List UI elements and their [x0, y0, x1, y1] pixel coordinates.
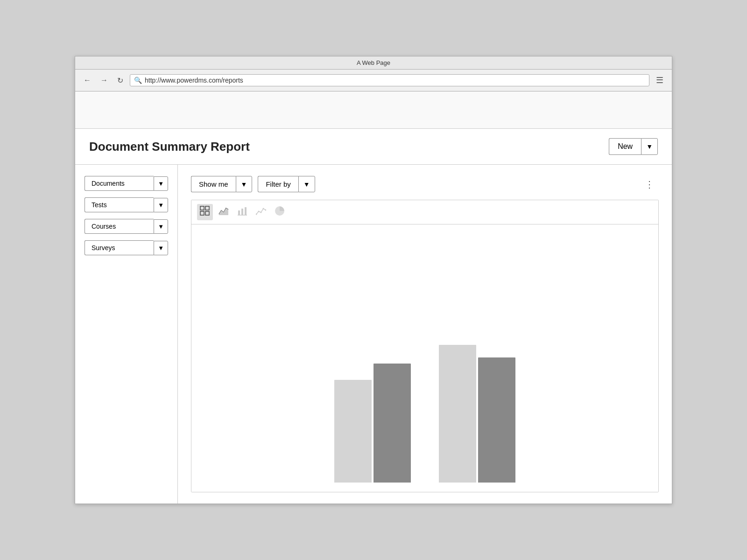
tests-dropdown[interactable]: ▼	[154, 198, 168, 212]
svg-point-11	[261, 212, 262, 213]
nav-bar: ← → ↻ 🔍 ☰	[75, 70, 672, 91]
banner-area	[75, 91, 672, 129]
chart-toolbar	[191, 200, 658, 224]
svg-point-10	[258, 211, 260, 212]
new-button-dropdown[interactable]: ▼	[641, 138, 658, 155]
chart-type-bar-button[interactable]	[234, 204, 250, 220]
content-area: Show me ▼ Filter by ▼ ⋮	[178, 165, 672, 504]
filter-by-dropdown[interactable]: ▼	[298, 176, 315, 192]
svg-rect-0	[200, 206, 204, 210]
bar-2a	[439, 345, 476, 483]
svg-rect-6	[241, 209, 243, 215]
surveys-dropdown[interactable]: ▼	[154, 241, 168, 255]
sidebar: Documents ▼ Tests ▼ Courses ▼ Surveys ▼	[75, 165, 178, 504]
chart-type-area-button[interactable]	[216, 204, 232, 220]
bar-1a	[334, 380, 372, 483]
more-options-button[interactable]: ⋮	[641, 177, 659, 192]
main-layout: Documents ▼ Tests ▼ Courses ▼ Surveys ▼	[75, 165, 672, 504]
address-bar-wrapper: 🔍	[130, 74, 649, 86]
chart-type-pie-button[interactable]	[272, 204, 288, 220]
courses-button[interactable]: Courses	[85, 219, 154, 234]
courses-dropdown[interactable]: ▼	[154, 219, 168, 234]
area-chart-icon	[218, 206, 229, 216]
grid-icon	[200, 206, 210, 216]
show-me-button[interactable]: Show me	[191, 176, 236, 192]
page-title: Document Summary Report	[89, 140, 250, 154]
bar-2b	[478, 357, 515, 483]
tests-button[interactable]: Tests	[85, 197, 154, 212]
sidebar-item-documents: Documents ▼	[85, 176, 168, 191]
address-input[interactable]	[145, 77, 645, 84]
browser-window: A Web Page ← → ↻ 🔍 ☰ Document Summary Re…	[75, 56, 672, 504]
browser-title: A Web Page	[357, 59, 390, 66]
bar-1b	[374, 364, 411, 483]
sidebar-item-courses: Courses ▼	[85, 219, 168, 234]
chart-type-line-button[interactable]	[253, 204, 269, 220]
filter-by-button[interactable]: Filter by	[258, 176, 298, 192]
bar-group-1	[334, 364, 411, 483]
svg-rect-1	[205, 206, 209, 210]
browser-menu-button[interactable]: ☰	[653, 73, 666, 87]
show-me-dropdown[interactable]: ▼	[236, 176, 253, 192]
refresh-button[interactable]: ↻	[114, 74, 126, 87]
svg-rect-2	[200, 211, 204, 215]
line-chart-icon	[256, 206, 266, 216]
toolbar-row: Show me ▼ Filter by ▼ ⋮	[191, 176, 659, 192]
svg-rect-5	[238, 210, 240, 215]
documents-button[interactable]: Documents	[85, 176, 154, 191]
filter-by-group: Filter by ▼	[258, 176, 315, 192]
pie-chart-icon	[275, 206, 285, 216]
chart-container	[191, 200, 659, 492]
sidebar-item-tests: Tests ▼	[85, 197, 168, 212]
bar-group-2	[439, 345, 515, 483]
back-button[interactable]: ←	[81, 74, 94, 86]
forward-button[interactable]: →	[98, 74, 111, 86]
chart-type-grid-button[interactable]	[197, 204, 213, 220]
surveys-button[interactable]: Surveys	[85, 240, 154, 255]
svg-point-12	[263, 208, 264, 210]
svg-rect-7	[245, 207, 247, 215]
show-me-group: Show me ▼	[191, 176, 252, 192]
bar-chart-icon	[237, 206, 247, 216]
title-bar: A Web Page	[75, 56, 672, 70]
search-icon: 🔍	[134, 77, 142, 84]
new-button-main[interactable]: New	[609, 138, 641, 155]
sidebar-item-surveys: Surveys ▼	[85, 240, 168, 255]
chart-area	[191, 224, 658, 492]
svg-rect-3	[205, 211, 209, 215]
new-button-group: New ▼	[609, 138, 658, 155]
documents-dropdown[interactable]: ▼	[154, 176, 168, 191]
page-content: Document Summary Report New ▼ Documents …	[75, 129, 672, 504]
page-header: Document Summary Report New ▼	[75, 129, 672, 165]
